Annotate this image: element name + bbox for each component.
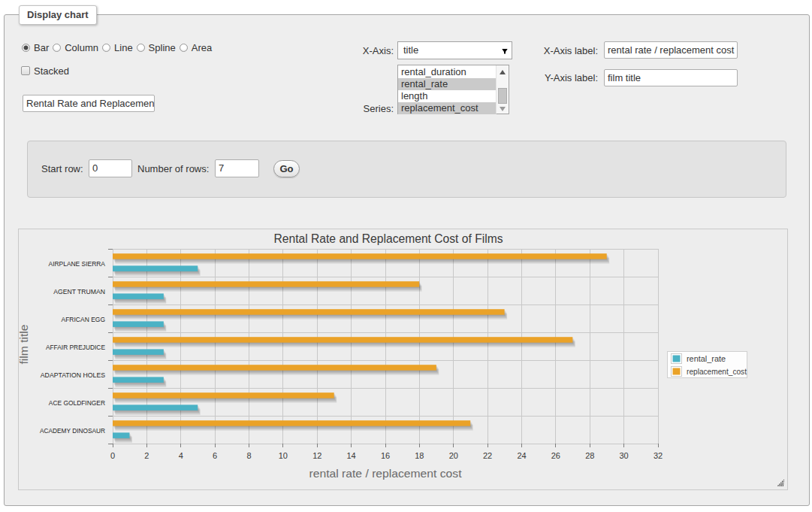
svg-text:AFRICAN EGG: AFRICAN EGG	[62, 315, 106, 323]
svg-text:30: 30	[619, 451, 628, 460]
svg-text:16: 16	[381, 451, 390, 460]
svg-text:AGENT TRUMAN: AGENT TRUMAN	[53, 287, 105, 295]
svg-text:8: 8	[246, 451, 251, 460]
svg-text:20: 20	[449, 451, 458, 460]
svg-text:22: 22	[483, 451, 492, 460]
svg-text:12: 12	[312, 451, 321, 460]
svg-text:14: 14	[346, 451, 355, 460]
svg-text:2: 2	[144, 451, 149, 460]
svg-text:AFFAIR PREJUDICE: AFFAIR PREJUDICE	[46, 343, 105, 351]
svg-text:4: 4	[179, 451, 183, 460]
svg-text:24: 24	[517, 451, 526, 460]
svg-text:ACADEMY DINOSAUR: ACADEMY DINOSAUR	[40, 426, 105, 435]
svg-text:28: 28	[585, 451, 594, 460]
svg-text:26: 26	[551, 451, 560, 460]
svg-text:replacement_cost: replacement_cost	[687, 367, 747, 376]
svg-text:ADAPTATION HOLES: ADAPTATION HOLES	[41, 371, 105, 379]
svg-text:ACE GOLDFINGER: ACE GOLDFINGER	[49, 398, 105, 407]
svg-text:Rental Rate and Replacement Co: Rental Rate and Replacement Cost of Film…	[274, 232, 503, 245]
svg-text:0: 0	[110, 451, 115, 460]
svg-text:AIRPLANE SIERRA: AIRPLANE SIERRA	[49, 259, 106, 268]
svg-text:rental_rate: rental_rate	[687, 354, 726, 363]
svg-text:18: 18	[415, 451, 424, 460]
svg-text:rental rate / replacement cost: rental rate / replacement cost	[309, 467, 463, 480]
svg-text:film title: film title	[19, 324, 30, 364]
svg-text:32: 32	[654, 451, 663, 460]
svg-text:6: 6	[213, 451, 217, 460]
svg-text:10: 10	[279, 451, 288, 460]
